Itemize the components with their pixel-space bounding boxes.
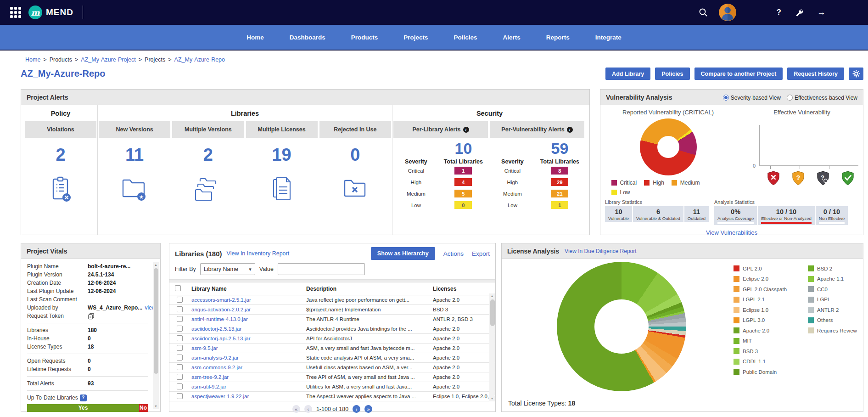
- severity-count-badge[interactable]: 4: [454, 178, 472, 186]
- select-all-checkbox[interactable]: [175, 285, 181, 291]
- severity-count-badge[interactable]: 1: [454, 167, 472, 175]
- library-name-link[interactable]: asm-util-9.2.jar: [191, 384, 226, 389]
- severity-based-view-radio[interactable]: Severity-based View: [723, 94, 781, 101]
- breadcrumb-link[interactable]: Home: [25, 56, 40, 63]
- column-header-library-name[interactable]: Library Name: [190, 282, 304, 295]
- library-name-link[interactable]: asciidoctorj-api-2.5.13.jar: [191, 336, 250, 341]
- export-button[interactable]: Export: [472, 250, 490, 257]
- alert-card-rejected-in-use[interactable]: Rejected In Use 0: [319, 121, 392, 203]
- library-name-link[interactable]: antlr4-runtime-4.13.0.jar: [191, 316, 248, 322]
- vitals-label: Plugin Name: [27, 262, 88, 270]
- nav-item[interactable]: Projects: [403, 34, 428, 41]
- row-checkbox[interactable]: [177, 393, 183, 399]
- library-name-link[interactable]: asm-tree-9.2.jar: [191, 374, 229, 380]
- breadcrumb-link[interactable]: AZ_My-Azure-Project: [81, 56, 135, 63]
- column-header-description[interactable]: Description: [304, 282, 431, 295]
- filter-field-select[interactable]: Library Name: [200, 263, 255, 275]
- info-icon[interactable]: [567, 127, 573, 133]
- logout-icon[interactable]: →: [817, 7, 857, 17]
- filter-value-input[interactable]: [278, 263, 365, 275]
- per-vulnerability-alerts-card[interactable]: Per-Vulnerability Alerts 59 Severity Tot…: [489, 121, 585, 211]
- breadcrumb-item: AZ_My-Azure-Project: [81, 56, 145, 63]
- view-inventory-report-link[interactable]: View In Inventory Report: [227, 250, 290, 257]
- legend-item: Public Domain: [734, 369, 801, 375]
- row-checkbox[interactable]: [177, 326, 183, 332]
- library-name-link[interactable]: asm-9.5.jar: [191, 345, 218, 351]
- nav-item[interactable]: Home: [246, 34, 264, 41]
- scroll-up-arrow[interactable]: [489, 293, 495, 299]
- nav-item[interactable]: Alerts: [503, 34, 521, 41]
- nav-item[interactable]: Products: [351, 34, 378, 41]
- nav-item[interactable]: Dashboards: [290, 34, 325, 41]
- alert-card-label: Multiple Versions: [172, 121, 244, 138]
- policies-button[interactable]: Policies: [655, 68, 689, 80]
- row-checkbox[interactable]: [177, 355, 183, 361]
- pager-last-button[interactable]: [364, 405, 372, 413]
- library-description: AsciidoctorJ provides Java bindings for …: [304, 324, 431, 334]
- pager-first-button[interactable]: [292, 405, 300, 413]
- effectiveness-based-view-radio[interactable]: Effectiveness-based View: [787, 94, 857, 101]
- row-checkbox[interactable]: [177, 297, 183, 303]
- nav-item[interactable]: Integrate: [595, 34, 622, 41]
- scroll-up-arrow[interactable]: [153, 262, 159, 268]
- severity-count-badge[interactable]: 0: [454, 201, 472, 209]
- library-name-link[interactable]: angus-activation-2.0.2.jar: [191, 307, 251, 312]
- library-name-link[interactable]: asm-analysis-9.2.jar: [191, 355, 239, 361]
- view-vulnerabilities-link[interactable]: View Vulnerabilities: [706, 229, 757, 236]
- row-checkbox[interactable]: [177, 345, 183, 351]
- scrollbar-thumb[interactable]: [154, 268, 158, 374]
- severity-row: Low 0: [393, 199, 488, 211]
- scroll-down-arrow[interactable]: [489, 396, 495, 401]
- library-name-link[interactable]: accessors-smart-2.5.1.jar: [191, 297, 251, 303]
- question-badge-icon[interactable]: [80, 394, 87, 401]
- app-grid-icon[interactable]: [10, 7, 21, 18]
- severity-count-badge[interactable]: 5: [454, 190, 472, 197]
- row-checkbox[interactable]: [177, 383, 183, 389]
- actions-menu[interactable]: Actions: [443, 250, 464, 257]
- vitals-scrollbar[interactable]: [153, 262, 159, 409]
- compare-project-button[interactable]: Compare to another Project: [694, 68, 783, 80]
- severity-count-badge[interactable]: 8: [551, 167, 568, 175]
- breadcrumb-link[interactable]: AZ_My-Azure-Repo: [174, 56, 225, 63]
- per-library-alerts-card[interactable]: Per-Library Alerts 10 Severity Total Lib…: [392, 121, 489, 211]
- alert-card-multiple-licenses[interactable]: Multiple Licenses 19: [245, 121, 319, 203]
- row-checkbox[interactable]: [177, 306, 183, 312]
- libraries-scrollbar[interactable]: [489, 293, 495, 401]
- alert-card-multiple-versions[interactable]: Multiple Versions 2: [171, 121, 245, 203]
- show-as-hierarchy-button[interactable]: Show as Hierarchy: [371, 247, 435, 260]
- view-due-diligence-report-link[interactable]: View In Due Diligence Report: [565, 248, 637, 254]
- search-icon[interactable]: [699, 8, 708, 17]
- row-checkbox[interactable]: [177, 364, 183, 370]
- info-icon[interactable]: [463, 127, 469, 133]
- settings-wrench-icon[interactable]: [795, 8, 803, 17]
- pager-next-button[interactable]: [353, 405, 360, 413]
- scrollbar-thumb[interactable]: [490, 299, 495, 326]
- row-checkbox[interactable]: [177, 316, 183, 322]
- add-library-button[interactable]: Add Library: [605, 68, 650, 80]
- help-icon[interactable]: ?: [777, 8, 781, 17]
- column-header-licenses[interactable]: Licenses: [431, 282, 495, 295]
- request-history-button[interactable]: Request History: [787, 68, 844, 80]
- alert-card-violations[interactable]: Violations 2: [24, 121, 97, 203]
- severity-count-badge[interactable]: 21: [551, 190, 568, 197]
- license-donut-chart[interactable]: [557, 262, 686, 391]
- nav-item[interactable]: Policies: [454, 34, 477, 41]
- copy-icon[interactable]: [88, 313, 95, 320]
- library-name-link[interactable]: asciidoctorj-2.5.13.jar: [191, 326, 241, 332]
- pager-previous-button[interactable]: [304, 405, 312, 413]
- settings-gear-button[interactable]: [849, 68, 863, 80]
- library-name-link[interactable]: aspectjweaver-1.9.22.jar: [191, 394, 249, 399]
- mend-logo[interactable]: m MEND: [28, 6, 73, 19]
- row-checkbox[interactable]: [177, 374, 183, 380]
- severity-count-badge[interactable]: 1: [551, 201, 568, 209]
- nav-item[interactable]: Reports: [546, 34, 570, 41]
- library-name-link[interactable]: asm-commons-9.2.jar: [191, 365, 242, 370]
- alert-card-new-versions[interactable]: New Versions 11 ★: [98, 121, 171, 203]
- scroll-down-arrow[interactable]: [153, 404, 159, 409]
- stat-bar: [717, 222, 754, 224]
- severity-count-badge[interactable]: 29: [551, 178, 568, 186]
- vitals-value: 93: [88, 379, 94, 388]
- reported-vulnerability-donut-chart[interactable]: [640, 118, 697, 175]
- row-checkbox[interactable]: [177, 335, 183, 341]
- user-avatar[interactable]: [719, 4, 736, 21]
